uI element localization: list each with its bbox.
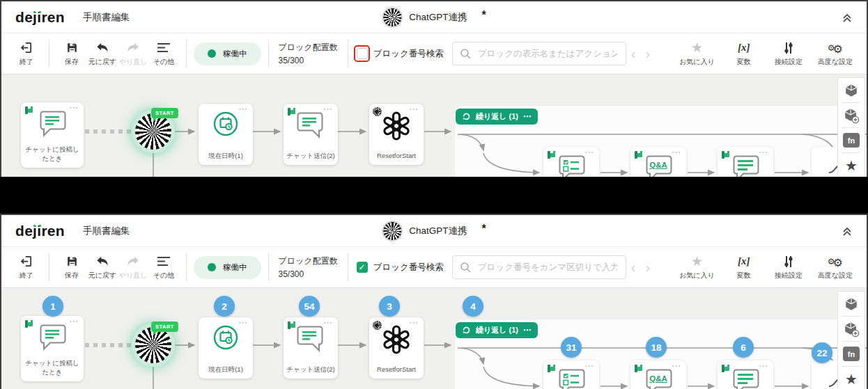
card-menu-icon[interactable]: ⋯ — [69, 316, 79, 326]
variables-button[interactable]: [x] 変数 — [729, 255, 759, 280]
block-checklist[interactable]: ⋯ — [543, 360, 599, 389]
more-button[interactable]: その他 — [148, 41, 179, 67]
collapse-chevron-icon[interactable] — [842, 225, 853, 237]
block-chat-trigger[interactable]: ⋯ チャットに投稿したとき — [21, 316, 84, 381]
block-search-input[interactable] — [476, 48, 619, 59]
toolbar-right-group: ★ お気に入り [x] 変数 接続設定 ⚙⚙ 高度な設定 — [679, 255, 853, 280]
loop-label: 繰り返し (1) — [476, 325, 518, 335]
connection-settings-button[interactable]: 接続設定 — [773, 255, 804, 280]
favorites-palette-button[interactable]: ★ — [838, 153, 865, 177]
star-icon: ★ — [845, 372, 858, 386]
more-button[interactable]: その他 — [148, 255, 179, 280]
block-qa[interactable]: ⋯ Q&A — [630, 360, 686, 389]
card-menu-icon[interactable]: ⋯ — [69, 102, 79, 113]
block-search-box[interactable] — [452, 255, 626, 279]
redo-button[interactable]: やり直し — [118, 255, 148, 280]
block-reset-for-start[interactable]: ⋯ ResetforStart — [369, 317, 424, 379]
status-text: 稼働中 — [223, 262, 247, 273]
canvas-side-toolbar: fn ★ — [837, 291, 865, 389]
loop-menu-icon[interactable]: ⋯ — [523, 326, 532, 335]
block-chat-send[interactable]: ⋯ チャット送信(2) — [284, 104, 338, 165]
toolbar-right-group: ★ お気に入り [x] 変数 接続設定 ⚙⚙ 高度な設定 — [679, 41, 853, 67]
block-checklist[interactable]: ⋯ — [543, 147, 599, 177]
status-text: 稼働中 — [223, 49, 247, 59]
card-menu-icon[interactable]: ⋯ — [238, 104, 248, 114]
block-current-datetime[interactable]: ⋯ 現在日時(1) — [199, 317, 253, 379]
undo-button[interactable]: 元に戻す — [87, 255, 118, 280]
loop-badge[interactable]: 繰り返し (1) ⋯ — [456, 109, 538, 125]
block-chat-trigger[interactable]: ⋯ チャットに投稿したとき — [21, 102, 84, 168]
blocks-palette-button[interactable] — [838, 292, 865, 316]
save-button[interactable]: 保存 — [56, 41, 87, 67]
block-label: 現在日時(1) — [201, 365, 251, 374]
block-chat-message[interactable]: ⋯ — [718, 147, 773, 177]
block-number-search-checkbox[interactable] — [357, 262, 368, 273]
fn-icon: fn — [843, 133, 860, 148]
undo-icon — [95, 41, 110, 55]
header: dejiren 手順書編集 ChatGPT連携 * — [1, 1, 867, 33]
block-search-input[interactable] — [476, 262, 619, 273]
exit-button[interactable]: 終了 — [11, 41, 42, 67]
separator-band — [0, 177, 868, 214]
advanced-settings-button[interactable]: ⚙⚙ 高度な設定 — [818, 255, 853, 280]
next-result-button[interactable]: › — [645, 260, 650, 274]
collapse-chevron-icon[interactable] — [842, 12, 853, 23]
add-block-button[interactable] — [838, 103, 865, 127]
redo-icon — [125, 41, 141, 55]
loop-icon — [462, 112, 471, 121]
blocks-palette-button[interactable] — [838, 78, 865, 102]
block-label: ResetforStart — [371, 365, 421, 374]
document-title-group: ChatGPT連携 * — [382, 7, 486, 28]
chat-post-icon — [37, 109, 68, 139]
block-qa[interactable]: ⋯ Q&A — [630, 147, 686, 177]
qa-label: Q&A — [649, 374, 667, 383]
loop-menu-icon[interactable]: ⋯ — [523, 112, 532, 121]
favorite-star-icon: ★ — [691, 255, 703, 269]
search-icon — [460, 262, 471, 273]
block-count-value: 35/300 — [279, 56, 338, 65]
block-search-box[interactable] — [452, 42, 626, 65]
workflow-canvas[interactable]: ⋯ チャットに投稿したとき START ⋯ 現在日時(1) ⋯ チャット送信(2… — [1, 74, 867, 177]
unsaved-marker: * — [482, 223, 486, 235]
datetime-icon — [212, 324, 240, 351]
fn-icon: fn — [843, 347, 860, 361]
card-menu-icon[interactable]: ⋯ — [238, 317, 248, 328]
chat-lines-icon — [730, 367, 761, 389]
advanced-settings-button[interactable]: ⚙⚙ 高度な設定 — [818, 41, 853, 67]
document-title-group: ChatGPT連携 * — [382, 221, 486, 241]
favorites-button[interactable]: ★ お気に入り — [679, 255, 715, 280]
divider — [49, 253, 49, 281]
block-number-badge: 3 — [379, 296, 400, 317]
sliders-icon — [782, 41, 795, 55]
functions-button[interactable]: fn — [838, 342, 865, 366]
block-current-datetime[interactable]: ⋯ 現在日時(1) — [199, 104, 253, 165]
document-title: ChatGPT連携 — [409, 225, 467, 237]
redo-icon — [125, 255, 141, 269]
variables-icon: [x] — [738, 41, 750, 55]
search-icon — [460, 48, 471, 59]
undo-button[interactable]: 元に戻す — [87, 41, 118, 67]
block-number-search-label: ブロック番号検索 — [373, 262, 444, 273]
prev-result-button[interactable]: ‹ — [631, 260, 636, 274]
block-chat-send[interactable]: ⋯ チャット送信(2) — [284, 317, 338, 379]
favorites-palette-button[interactable]: ★ — [838, 367, 865, 389]
block-count: ブロック配置数 35/300 — [279, 255, 338, 279]
prev-result-button[interactable]: ‹ — [631, 47, 636, 61]
workflow-canvas[interactable]: ⋯ チャットに投稿したとき START ⋯ 現在日時(1) ⋯ チャット送信(2… — [1, 287, 867, 389]
block-reset-for-start[interactable]: ⋯ ResetforStart — [369, 104, 424, 165]
save-button[interactable]: 保存 — [56, 255, 87, 280]
dejiren-block-icon — [547, 150, 556, 159]
exit-button[interactable]: 終了 — [11, 255, 42, 280]
header: dejiren 手順書編集 ChatGPT連携 * — [1, 215, 867, 247]
dejiren-block-icon — [634, 364, 643, 373]
loop-badge[interactable]: 繰り返し (1) ⋯ — [456, 322, 538, 338]
variables-button[interactable]: [x] 変数 — [729, 41, 759, 67]
functions-button[interactable]: fn — [838, 128, 865, 152]
checklist-icon — [556, 153, 587, 177]
block-chat-message[interactable]: ⋯ — [718, 360, 773, 389]
redo-button[interactable]: やり直し — [118, 41, 148, 67]
add-block-button[interactable] — [838, 317, 865, 341]
next-result-button[interactable]: › — [645, 47, 650, 61]
favorites-button[interactable]: ★ お気に入り — [679, 41, 715, 67]
connection-settings-button[interactable]: 接続設定 — [773, 41, 804, 67]
